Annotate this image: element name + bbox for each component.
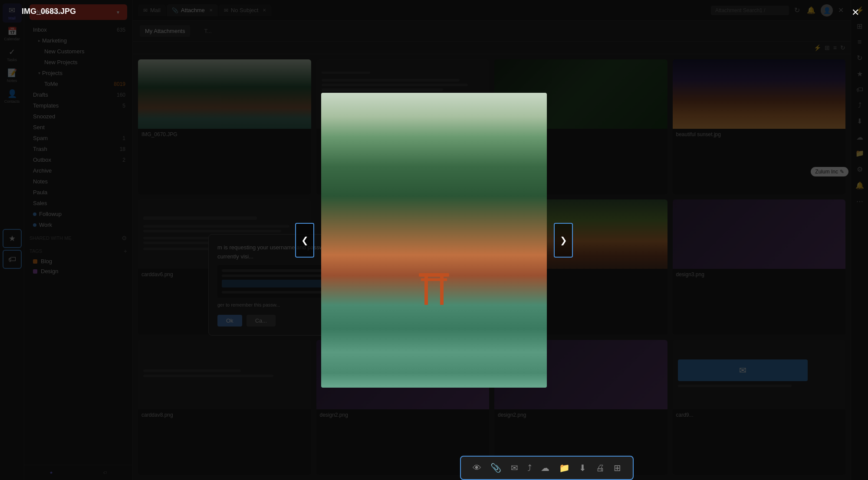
- toolbar-attach-button[interactable]: 📎: [489, 461, 503, 475]
- toolbar-grid-button[interactable]: ⊞: [612, 461, 623, 475]
- overlay-prev-button[interactable]: ❮: [295, 223, 314, 258]
- toolbar-email-button[interactable]: ✉: [509, 461, 520, 475]
- overlay-next-button[interactable]: ❯: [554, 223, 573, 258]
- overlay-title: IMG_0683.JPG: [22, 7, 76, 16]
- toolbar-preview-button[interactable]: 👁: [471, 461, 483, 475]
- overlay-image-container: ❮ ❯: [321, 93, 547, 388]
- overlay-close-button[interactable]: ✕: [852, 7, 859, 18]
- overlay-image: [321, 93, 547, 388]
- toolbar-print-button[interactable]: 🖨: [594, 461, 606, 475]
- toolbar-download-button[interactable]: ⬇: [577, 461, 588, 475]
- toolbar-folder-button[interactable]: 📁: [557, 461, 572, 475]
- toolbar-share-button[interactable]: ⤴: [526, 461, 533, 475]
- toolbar-cloud-button[interactable]: ☁: [539, 461, 551, 475]
- bottom-image-toolbar: 👁 📎 ✉ ⤴ ☁ 📁 ⬇ 🖨 ⊞: [460, 456, 634, 480]
- image-overlay: IMG_0683.JPG ✕ ❮ ❯: [0, 0, 868, 480]
